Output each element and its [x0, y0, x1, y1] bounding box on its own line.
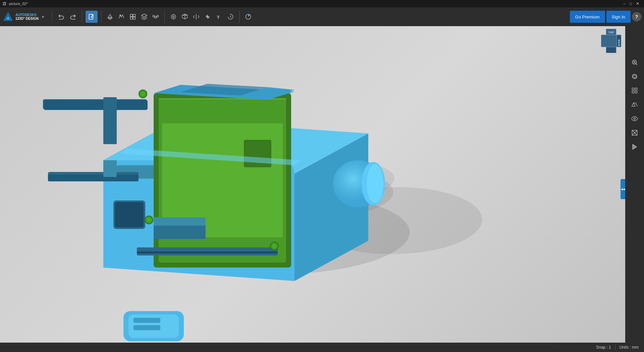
new-file-icon: [88, 13, 95, 20]
transform-icon: [204, 13, 211, 20]
measure-button[interactable]: [225, 11, 236, 23]
maximize-button[interactable]: □: [628, 0, 634, 7]
svg-point-17: [171, 14, 175, 19]
svg-line-42: [636, 63, 637, 65]
new-file-button[interactable]: [86, 11, 98, 23]
svg-text:TOP: TOP: [608, 31, 614, 34]
group-button[interactable]: [150, 11, 161, 23]
zoom-fit-icon: [631, 87, 638, 94]
toolbar-divider-1: [52, 11, 52, 23]
svg-marker-54: [633, 144, 637, 150]
svg-rect-10: [130, 17, 132, 19]
logo-dropdown-icon[interactable]: ▼: [41, 15, 45, 19]
toolbar: AUTODESK® 123D° DESIGN ▼: [0, 7, 644, 26]
visibility-button[interactable]: [629, 113, 641, 125]
measure-icon: [227, 13, 234, 20]
materials-button[interactable]: [243, 11, 254, 23]
toolbar-divider-2: [82, 11, 82, 23]
orbit-icon: [631, 73, 638, 80]
title-bar-icon: 🖼: [3, 2, 6, 6]
redo-icon: [70, 13, 76, 20]
go-premium-button[interactable]: Go Premium: [570, 11, 605, 23]
bottom-strip-inner: [137, 251, 278, 253]
help-button[interactable]: ?: [632, 12, 641, 21]
svg-point-50: [634, 118, 636, 120]
app-logo: AUTODESK® 123D° DESIGN ▼: [3, 11, 45, 22]
svg-point-18: [172, 16, 174, 18]
screw-left-mid-inner: [147, 218, 151, 222]
status-bar: Snap : 1 Units : mm: [0, 343, 644, 352]
svg-line-15: [155, 16, 155, 16]
construct-button[interactable]: [127, 11, 138, 23]
app-name-line2: 123D° DESIGN: [15, 17, 39, 20]
text-button[interactable]: T: [214, 11, 224, 23]
undo-icon: [58, 13, 64, 20]
zoom-fit-button[interactable]: [629, 84, 641, 97]
snap-status: Snap : 1: [596, 345, 611, 350]
status-divider: [615, 345, 615, 350]
svg-text:BACK: BACK: [618, 40, 620, 46]
autodesk-logo-icon: [3, 11, 13, 22]
svg-point-7: [120, 15, 121, 16]
3d-scene-svg: [0, 26, 644, 352]
wireframe-button[interactable]: [629, 127, 641, 139]
title-bar-text: picture_02*: [9, 2, 621, 6]
right-panel-toggle[interactable]: ◀: [621, 179, 625, 199]
right-knob-side-2: [367, 164, 383, 203]
close-button[interactable]: ✕: [634, 0, 641, 7]
svg-rect-48: [635, 91, 637, 93]
svg-rect-38: [606, 47, 616, 53]
3d-scene[interactable]: [0, 26, 644, 352]
panel-toggle-arrow: ◀: [621, 188, 623, 191]
primitives-button[interactable]: [105, 11, 115, 23]
app-name-line1: AUTODESK®: [15, 13, 39, 17]
screw-bottom-right-inner: [272, 244, 277, 248]
svg-rect-12: [153, 15, 155, 17]
toolbar-divider-4: [164, 11, 165, 23]
title-bar: 🖼 picture_02* − □ ✕: [0, 0, 644, 7]
view-cube-icon: [181, 13, 188, 20]
mirror-button[interactable]: [191, 11, 202, 23]
left-side-connection: [103, 97, 117, 144]
transform-button[interactable]: [202, 11, 213, 23]
primitives-icon: [107, 13, 113, 20]
svg-rect-47: [632, 91, 634, 93]
right-sidebar-tools: [625, 26, 644, 352]
3d-tools-group: [105, 11, 161, 23]
wireframe-icon: [631, 129, 638, 136]
svg-rect-9: [133, 14, 136, 17]
svg-rect-46: [635, 88, 637, 90]
modify-button[interactable]: [139, 11, 150, 23]
sign-in-button[interactable]: Sign In: [606, 11, 631, 23]
viewcube-svg: TOP BACK: [601, 29, 621, 53]
svg-rect-11: [133, 17, 136, 19]
snap-button[interactable]: [168, 11, 179, 23]
bottom-small-bar-2: [133, 325, 160, 330]
svg-rect-13: [157, 15, 158, 17]
green-top-bar: [159, 98, 286, 115]
mirror-icon: [193, 13, 200, 20]
undo-button[interactable]: [56, 11, 66, 23]
perspective-button[interactable]: [629, 99, 641, 111]
center-bottom-box-lower: [154, 226, 206, 239]
view-cube-button[interactable]: [179, 11, 190, 23]
svg-rect-37: [601, 35, 616, 47]
left-arm-bottom-inner: [48, 175, 139, 181]
orbit-button[interactable]: [629, 70, 641, 82]
text-icon: T: [216, 13, 222, 20]
zoom-in-icon: [631, 59, 638, 66]
sketch-button[interactable]: [116, 11, 127, 23]
minimize-button[interactable]: −: [621, 0, 628, 7]
viewcube-container[interactable]: TOP BACK: [601, 29, 621, 53]
left-side-connection-lower: [103, 160, 117, 177]
redo-button[interactable]: [68, 11, 78, 23]
view-tools-group: T: [168, 11, 236, 23]
screw-top-left-inner: [141, 92, 145, 96]
toolbar-divider-5: [239, 11, 239, 23]
svg-rect-45: [632, 88, 634, 90]
viewport[interactable]: TOP BACK: [0, 26, 644, 352]
render-button[interactable]: [629, 141, 641, 153]
zoom-in-button[interactable]: [629, 56, 641, 68]
modify-icon: [141, 13, 148, 20]
svg-rect-8: [130, 14, 132, 17]
